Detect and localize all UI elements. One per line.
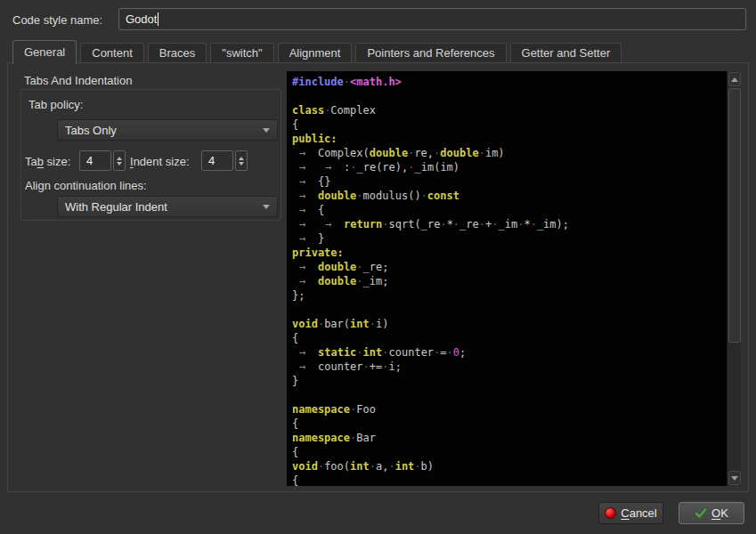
spin-up-icon (117, 157, 122, 160)
spin-down-icon (239, 162, 244, 166)
align-continuation-value: With Regular Indent (65, 200, 263, 214)
code-line: →→return·sqrt(_re·*·_re·+·_im·*·_im); (292, 217, 727, 231)
chevron-down-icon (263, 205, 270, 209)
scroll-up-icon (731, 77, 738, 82)
dialog-header: Code style name: Godot (0, 0, 756, 37)
tab-size-label: Tab size: (25, 155, 70, 168)
code-style-name-input[interactable]: Godot (118, 8, 746, 30)
code-line: →double·_re; (292, 260, 727, 274)
code-line: public: (292, 132, 727, 146)
align-continuation-combobox[interactable]: With Regular Indent (57, 196, 278, 217)
code-line: namespace·Foo (292, 402, 727, 417)
indent-size-value: 4 (208, 154, 215, 167)
code-style-name-label: Code style name: (12, 13, 102, 27)
tab-size-input[interactable]: 4 (79, 150, 111, 171)
ok-button-label: OK (711, 506, 728, 520)
code-line: { (292, 417, 727, 431)
spin-up-icon (239, 157, 244, 160)
scroll-down-icon (731, 476, 738, 481)
code-line: void·bar(int·i) (292, 317, 727, 331)
cancel-button[interactable]: Cancel (598, 502, 663, 524)
code-line: class·Complex (292, 103, 727, 117)
code-line: { (292, 117, 727, 132)
tab-content[interactable]: Content (80, 43, 144, 63)
ok-icon (695, 507, 707, 519)
code-line: namespace·Bar (292, 431, 727, 445)
code-line: private: (292, 246, 727, 260)
tab-switch[interactable]: "switch" (210, 43, 273, 63)
code-preview-scrollbar[interactable] (727, 71, 741, 486)
code-line: →} (292, 231, 727, 246)
scrollbar-thumb[interactable] (728, 88, 741, 343)
ok-button[interactable]: OK (679, 502, 744, 524)
align-continuation-label: Align continuation lines: (25, 179, 147, 192)
code-line: →→:·_re(re),·_im(im) (292, 160, 727, 174)
code-style-name-value: Godot (126, 12, 157, 26)
code-line: #include·<math.h> (292, 75, 727, 89)
code-line: { (292, 473, 727, 486)
code-line: } (292, 374, 727, 388)
tab-braces[interactable]: Braces (148, 43, 207, 63)
tab-size-stepper[interactable] (113, 150, 126, 171)
code-line: →{} (292, 174, 727, 189)
scroll-down-button[interactable] (728, 471, 741, 485)
indent-size-input[interactable]: 4 (201, 150, 233, 171)
code-line (292, 89, 727, 103)
code-line: →counter·+=·i; (292, 360, 727, 374)
code-line (292, 303, 727, 317)
general-tab-panel: Tabs And Indentation Tab policy: Tabs On… (7, 62, 749, 492)
code-line: →static·int·counter·=·0; (292, 345, 727, 360)
tabs-indentation-group: Tab policy: Tabs Only Tab size: 4 Indent… (20, 89, 281, 221)
cancel-button-label: Cancel (621, 506, 656, 520)
code-line (292, 388, 727, 402)
cancel-icon (605, 507, 616, 519)
code-preview-text: #include·<math.h>class·Complex{public:→C… (287, 71, 727, 486)
tab-policy-value: Tabs Only (65, 124, 263, 137)
code-line: →{ (292, 203, 727, 217)
spin-down-icon (117, 162, 122, 166)
tab-policy-label: Tab policy: (28, 98, 83, 111)
tab-size-value: 4 (86, 154, 93, 167)
tab-getter-and-setter[interactable]: Getter and Setter (510, 43, 622, 63)
code-line: →double·modulus()·const (292, 189, 727, 203)
indent-size-label: Indent size: (130, 155, 190, 168)
code-line: { (292, 445, 727, 459)
code-line: }; (292, 288, 727, 303)
code-line: →Complex(double·re,·double·im) (292, 146, 727, 160)
chevron-down-icon (263, 128, 270, 133)
code-line: { (292, 331, 727, 345)
tab-policy-combobox[interactable]: Tabs Only (57, 119, 278, 141)
tab-bar: GeneralContentBraces"switch"AlignmentPoi… (7, 39, 749, 63)
group-title: Tabs And Indentation (24, 74, 132, 87)
tab-alignment[interactable]: Alignment (278, 43, 353, 63)
tab-pointers-and-references[interactable]: Pointers and References (355, 43, 506, 63)
indent-size-stepper[interactable] (235, 150, 248, 171)
text-cursor (158, 12, 159, 26)
code-preview: #include·<math.h>class·Complex{public:→C… (287, 71, 741, 486)
tab-general[interactable]: General (12, 40, 77, 64)
size-row: Tab size: 4 Indent size: 4 (25, 150, 278, 172)
code-line: →double·_im; (292, 274, 727, 288)
code-line: void·foo(int·a,·int·b) (292, 459, 727, 473)
scroll-up-button[interactable] (728, 72, 741, 86)
